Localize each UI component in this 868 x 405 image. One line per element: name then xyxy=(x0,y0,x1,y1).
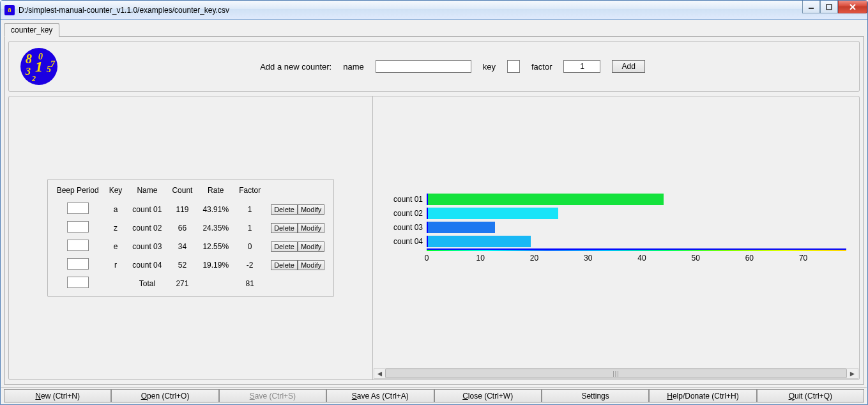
delete-button[interactable]: Delete xyxy=(271,241,298,252)
new-button[interactable]: New (Ctrl+N) xyxy=(4,389,111,402)
table-header-row: Beep Period Key Name Count Rate Factor xyxy=(52,183,330,200)
client-area: counter_key 801 7352 Add a new counter: … xyxy=(1,20,867,404)
col-factor: Factor xyxy=(234,183,266,200)
horizontal-scrollbar[interactable]: ◄ ||| ► xyxy=(374,368,858,379)
table-row: ecount 033412.55%0DeleteModify xyxy=(52,237,330,256)
col-name: Name xyxy=(127,183,167,200)
quit-button[interactable]: Quit (Ctrl+Q) xyxy=(757,389,864,402)
x-tick: 70 xyxy=(799,254,807,263)
cell-key: e xyxy=(104,237,128,256)
x-tick: 40 xyxy=(637,254,646,263)
x-tick: 60 xyxy=(745,254,754,263)
cell-key: r xyxy=(104,256,128,274)
table-row: rcount 045219.19%-2DeleteModify xyxy=(52,256,330,274)
counters-pane: Beep Period Key Name Count Rate Factor a… xyxy=(9,96,373,379)
tabstrip: counter_key xyxy=(1,20,867,36)
beep-input[interactable] xyxy=(67,202,89,214)
total-count: 271 xyxy=(167,274,197,293)
cell-factor: 1 xyxy=(234,200,266,218)
delete-button[interactable]: Delete xyxy=(271,223,298,233)
add-counter-form: Add a new counter: name key factor Add xyxy=(57,60,848,73)
beep-input[interactable] xyxy=(67,221,89,233)
name-input[interactable] xyxy=(376,60,471,73)
cell-count: 34 xyxy=(167,237,197,256)
factor-label: factor xyxy=(531,62,552,72)
close-button[interactable] xyxy=(838,1,867,13)
open-button[interactable]: Open (Ctrl+O) xyxy=(111,389,218,402)
cell-rate: 43.91% xyxy=(197,200,234,218)
x-tick: 20 xyxy=(530,254,538,263)
maximize-button[interactable] xyxy=(820,1,838,13)
col-rate: Rate xyxy=(197,183,234,200)
cell-factor: 0 xyxy=(234,237,266,256)
svg-rect-1 xyxy=(826,4,832,10)
col-key: Key xyxy=(104,183,128,200)
table-row: acount 0111943.91%1DeleteModify xyxy=(52,200,330,218)
cell-rate: 24.35% xyxy=(197,218,234,237)
total-factor: 81 xyxy=(234,274,266,293)
bar-label: count 02 xyxy=(386,209,427,218)
chart-area: count 01count 02count 03count 0401020304… xyxy=(373,96,859,368)
x-tick: 30 xyxy=(584,254,592,263)
col-beep: Beep Period xyxy=(52,183,104,200)
window-controls xyxy=(802,1,867,13)
chart-pane: count 01count 02count 03count 0401020304… xyxy=(373,96,859,379)
add-counter-panel: 801 7352 Add a new counter: name key fac… xyxy=(8,41,860,92)
factor-input[interactable] xyxy=(563,60,600,73)
cell-name: count 03 xyxy=(127,237,167,256)
cell-name: count 04 xyxy=(127,256,167,274)
titlebar[interactable]: 8 D:/simplest-manual-counter_v1.1.0/exam… xyxy=(1,1,867,20)
modify-button[interactable]: Modify xyxy=(298,260,324,270)
cell-count: 66 xyxy=(167,218,197,237)
cell-key: a xyxy=(104,200,128,218)
close-button-bottom[interactable]: Close (Ctrl+W) xyxy=(434,389,542,402)
key-input[interactable] xyxy=(507,60,520,73)
table-total-row: Total 271 81 xyxy=(52,274,330,293)
bottom-button-bar: New (Ctrl+N) Open (Ctrl+O) Save (Ctrl+S)… xyxy=(1,387,867,404)
cell-name: count 01 xyxy=(127,200,167,218)
modify-button[interactable]: Modify xyxy=(298,223,324,233)
modify-button[interactable]: Modify xyxy=(298,204,324,215)
tab-panel: 801 7352 Add a new counter: name key fac… xyxy=(4,36,864,385)
save-button[interactable]: Save (Ctrl+S) xyxy=(219,389,326,402)
delete-button[interactable]: Delete xyxy=(271,260,298,270)
beep-input[interactable] xyxy=(67,240,89,251)
cell-factor: -2 xyxy=(234,256,266,274)
chart-bar xyxy=(428,222,495,233)
cell-rate: 12.55% xyxy=(197,237,234,256)
cell-key: z xyxy=(104,218,128,237)
bar-label: count 03 xyxy=(386,223,427,232)
counter-table: Beep Period Key Name Count Rate Factor a… xyxy=(47,179,335,297)
svg-line-2 xyxy=(850,4,855,10)
key-label: key xyxy=(483,62,496,72)
saveas-button[interactable]: Save As (Ctrl+A) xyxy=(326,389,434,402)
scroll-right-icon[interactable]: ► xyxy=(847,369,858,378)
x-tick: 50 xyxy=(691,254,699,263)
modify-button[interactable]: Modify xyxy=(298,241,324,252)
cell-name: count 02 xyxy=(127,218,167,237)
bar-label: count 01 xyxy=(386,195,427,204)
beep-input[interactable] xyxy=(67,258,89,270)
svg-line-3 xyxy=(850,4,855,10)
add-button[interactable]: Add xyxy=(612,60,644,73)
x-tick: 10 xyxy=(476,254,485,263)
chart-bar xyxy=(428,236,531,247)
x-tick: 0 xyxy=(425,254,429,263)
chart-bar xyxy=(428,194,664,205)
bar-label: count 04 xyxy=(386,237,427,246)
settings-button[interactable]: Settings xyxy=(542,389,649,402)
scroll-left-icon[interactable]: ◄ xyxy=(374,369,385,378)
content-split: Beep Period Key Name Count Rate Factor a… xyxy=(8,96,860,380)
app-icon: 8 xyxy=(4,5,15,15)
chart-bar xyxy=(428,208,558,219)
name-label: name xyxy=(343,62,364,72)
add-prompt: Add a new counter: xyxy=(260,62,331,72)
minimize-button[interactable] xyxy=(802,1,820,13)
help-button[interactable]: Help/Donate (Ctrl+H) xyxy=(649,389,756,402)
cell-factor: 1 xyxy=(234,218,266,237)
delete-button[interactable]: Delete xyxy=(271,204,298,215)
col-count: Count xyxy=(167,183,197,200)
beep-input[interactable] xyxy=(67,277,89,288)
window-title: D:/simplest-manual-counter_v1.1.0/exampl… xyxy=(19,6,229,15)
tab-counter-key[interactable]: counter_key xyxy=(4,23,59,37)
